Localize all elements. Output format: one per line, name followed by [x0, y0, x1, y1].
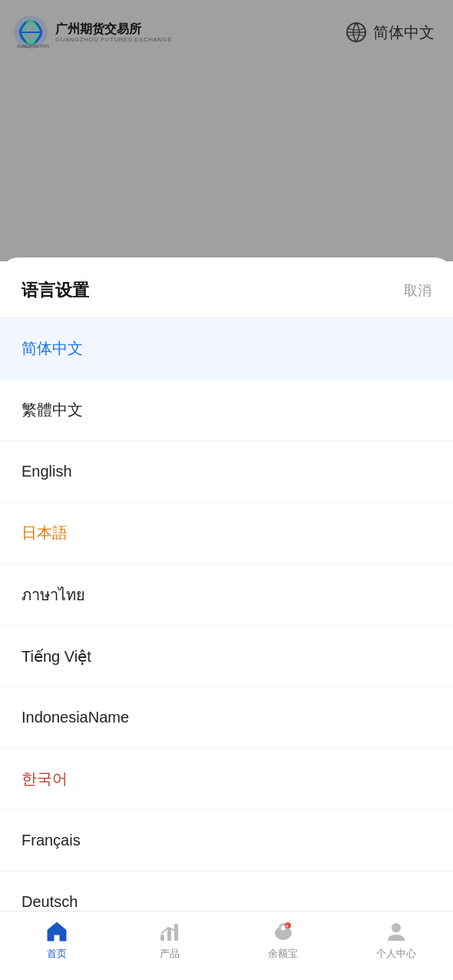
lang-item-id[interactable]: IndonesiaName [0, 687, 453, 749]
lang-item-fr[interactable]: Français [0, 810, 453, 872]
globe-icon [346, 22, 367, 43]
nav-item-yuebaobao[interactable]: ¥ ¥ 余额宝 [226, 919, 340, 961]
sheet-header: 语言设置 取消 [0, 257, 453, 318]
profile-icon [384, 919, 408, 944]
svg-text:¥: ¥ [286, 924, 288, 929]
nav-item-profile[interactable]: 个人中心 [340, 919, 454, 961]
nav-label-yuebaobao: 余额宝 [268, 947, 298, 961]
lang-item-th[interactable]: ภาษาไทย [0, 564, 453, 626]
cancel-button[interactable]: 取消 [404, 281, 432, 300]
svg-text:¥: ¥ [281, 927, 283, 932]
home-icon [45, 919, 69, 944]
svg-rect-8 [174, 924, 178, 941]
lang-item-zh-cn[interactable]: 简体中文 [0, 318, 453, 380]
svg-text:GUNGZHOU FUTURES EXCHANGE: GUNGZHOU FUTURES EXCHANGE [17, 44, 49, 48]
nav-item-products[interactable]: 产品 [114, 919, 227, 961]
logo-container: GUNGZHOU FUTURES EXCHANGE 广州期货交易所 GUANGZ… [12, 14, 172, 51]
lang-item-ja[interactable]: 日本語 [0, 503, 453, 564]
current-lang-label: 简体中文 [373, 22, 435, 43]
nav-label-products: 产品 [160, 947, 180, 961]
language-switcher[interactable]: 简体中文 [346, 22, 435, 43]
header-bar: GUNGZHOU FUTURES EXCHANGE 广州期货交易所 GUANGZ… [0, 0, 453, 51]
svg-rect-7 [167, 929, 171, 941]
language-sheet: 语言设置 取消 简体中文繁體中文English日本語ภาษาไทยTiếng V… [0, 257, 453, 980]
products-icon [157, 919, 182, 944]
header-background: GUNGZHOU FUTURES EXCHANGE 广州期货交易所 GUANGZ… [0, 0, 453, 261]
nav-label-profile: 个人中心 [376, 947, 416, 961]
bottom-navigation: 首页 产品 ¥ ¥ 余额宝 个人中心 [0, 911, 453, 980]
lang-item-en[interactable]: English [0, 441, 453, 503]
nav-label-home: 首页 [47, 947, 67, 961]
yuebao-icon: ¥ ¥ [271, 919, 296, 944]
svg-rect-6 [160, 935, 164, 941]
sheet-title: 语言设置 [21, 279, 89, 302]
lang-item-vi[interactable]: Tiếng Việt [0, 626, 453, 687]
language-list: 简体中文繁體中文English日本語ภาษาไทยTiếng ViệtIndon… [0, 318, 453, 980]
nav-item-home[interactable]: 首页 [0, 919, 114, 961]
lang-item-zh-tw[interactable]: 繁體中文 [0, 380, 453, 441]
company-name-cn: 广州期货交易所 [55, 22, 172, 36]
svg-point-15 [392, 923, 401, 932]
company-name-en: GUANGZHOU FUTURES EXCHANGE [55, 36, 172, 44]
lang-item-ko[interactable]: 한국어 [0, 749, 453, 810]
logo-icon: GUNGZHOU FUTURES EXCHANGE [12, 14, 49, 51]
